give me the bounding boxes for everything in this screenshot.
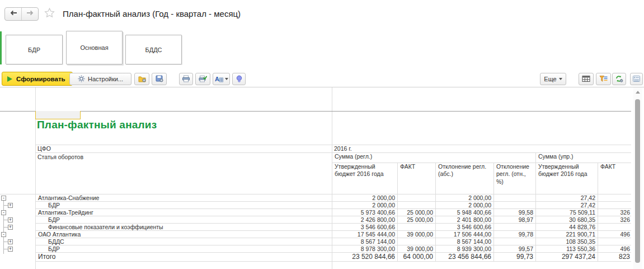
row-label[interactable]: Атлантика-Трейдинг: [35, 209, 332, 216]
cell-value[interactable]: 2 426 800,00: [332, 216, 397, 224]
cell-value[interactable]: 99,58: [493, 209, 535, 216]
cell-value[interactable]: 39 000,00: [397, 245, 435, 253]
more-button[interactable]: Еще: [540, 73, 566, 85]
column-header[interactable]: Отклонение регл. (отн., %): [493, 163, 535, 194]
scrollbar-thumb[interactable]: [635, 99, 640, 263]
collapse-toggle-icon[interactable]: -: [1, 232, 6, 237]
row-label[interactable]: БДДС: [35, 238, 332, 245]
cell-value[interactable]: 496: [598, 231, 631, 238]
change-variant-button[interactable]: [612, 73, 626, 85]
row-label[interactable]: ОАО Атлантика: [35, 231, 332, 238]
tab-main[interactable]: Основная: [66, 31, 123, 64]
cell-value[interactable]: 2 000,00: [435, 194, 493, 202]
cell-value[interactable]: [493, 202, 535, 209]
cell-value[interactable]: 3 546 600,66: [435, 224, 493, 231]
column-header[interactable]: Утвержденный бюджет 2016 года: [535, 163, 598, 194]
cell-value[interactable]: 2 000,00: [332, 194, 397, 202]
expand-toggle-icon[interactable]: +: [8, 203, 13, 208]
expand-toggle-icon[interactable]: +: [8, 247, 13, 252]
column-header[interactable]: Утвержденный бюджет 2016 года: [332, 163, 397, 194]
tab-bdr[interactable]: БДР: [6, 35, 63, 64]
favorite-button[interactable]: [43, 8, 55, 20]
cell-value[interactable]: 75 509,11: [535, 209, 598, 216]
print-button[interactable]: [179, 73, 193, 85]
cell-value[interactable]: 99,57: [493, 245, 535, 253]
collapse-toggle-icon[interactable]: -: [1, 196, 6, 201]
cell-value[interactable]: 8 567 144,00: [435, 238, 493, 245]
period-value[interactable]: 2016 г.: [334, 145, 352, 152]
column-header[interactable]: Отклонение регл. (абс.): [435, 163, 493, 194]
save-settings-button[interactable]: [152, 73, 167, 85]
cell-value[interactable]: [397, 194, 435, 202]
cell-value[interactable]: [493, 224, 535, 231]
cell-value[interactable]: 99,73: [493, 253, 535, 262]
cell-value[interactable]: 39 000,00: [397, 231, 435, 238]
expand-toggle-icon[interactable]: +: [8, 225, 13, 230]
cell-value[interactable]: 44 828,76: [535, 224, 598, 231]
cell-value[interactable]: [493, 194, 535, 202]
forward-button[interactable]: [21, 8, 38, 20]
cell-value[interactable]: [397, 224, 435, 231]
cell-value[interactable]: 5 973 400,66: [332, 209, 397, 216]
vertical-scrollbar[interactable]: [633, 87, 642, 269]
cell-value[interactable]: [397, 202, 435, 209]
cell-value[interactable]: [397, 238, 435, 245]
column-header[interactable]: ФАКТ: [397, 163, 435, 194]
row-label[interactable]: БДР: [35, 202, 332, 209]
scroll-up-icon[interactable]: [636, 91, 640, 94]
cell-value[interactable]: [598, 202, 631, 209]
format-button[interactable]: A: [213, 73, 230, 85]
tips-button[interactable]: [232, 73, 246, 85]
settings-button[interactable]: Настройки...: [69, 73, 131, 85]
expand-toggle-icon[interactable]: +: [8, 239, 13, 244]
cell-value[interactable]: 23 520 844,66: [332, 253, 397, 262]
cell-value[interactable]: 25 000,00: [397, 216, 435, 224]
cell-value[interactable]: 326: [598, 209, 631, 216]
column-header[interactable]: ФАКТ: [598, 163, 631, 194]
cell-value[interactable]: 98,97: [493, 216, 535, 224]
cell-value[interactable]: [493, 238, 535, 245]
article-label[interactable]: Статья оборотов: [37, 154, 83, 160]
tab-bdds[interactable]: БДДС: [125, 35, 182, 64]
cell-value[interactable]: 8 978 300,00: [332, 245, 397, 253]
column-group-upr[interactable]: Сумма (упр.): [535, 152, 631, 163]
table-settings-button[interactable]: [579, 73, 594, 85]
cell-value[interactable]: [598, 194, 631, 202]
cell-value[interactable]: 8 567 144,00: [332, 238, 397, 245]
row-label[interactable]: БДР: [35, 216, 332, 224]
cell-value[interactable]: 17 545 444,00: [332, 231, 397, 238]
row-label[interactable]: Финансовые показатели и коэффициенты: [35, 224, 332, 231]
cell-value[interactable]: 108 350,35: [535, 238, 598, 245]
cell-value[interactable]: [598, 224, 631, 231]
cell-value[interactable]: 2 000,00: [332, 202, 397, 209]
cell-value[interactable]: 5 948 400,66: [435, 209, 493, 216]
collapse-toggle-icon[interactable]: -: [1, 210, 6, 215]
cell-value[interactable]: 25 000,00: [397, 209, 435, 216]
cell-value[interactable]: 2 401 800,00: [435, 216, 493, 224]
cell-value[interactable]: 496: [598, 245, 631, 253]
column-group-regl[interactable]: Сумма (регл.): [332, 152, 535, 163]
cell-value[interactable]: 823: [598, 253, 631, 262]
row-label[interactable]: Атлантика-Снабжение: [35, 194, 332, 202]
cell-value[interactable]: 113 550,36: [535, 245, 598, 253]
cell-value[interactable]: 297 437,24: [535, 253, 598, 262]
generate-button[interactable]: Сформировать: [2, 72, 73, 86]
expand-toggle-icon[interactable]: +: [8, 217, 13, 222]
cell-value[interactable]: [598, 238, 631, 245]
row-label[interactable]: Итого: [35, 253, 332, 262]
selected-cell[interactable]: [35, 111, 81, 119]
cell-value[interactable]: 326: [598, 216, 631, 224]
cell-value[interactable]: 99,78: [493, 231, 535, 238]
cfo-label[interactable]: ЦФО: [37, 145, 51, 152]
cell-value[interactable]: 23 456 844,66: [435, 253, 493, 262]
side-panel-button[interactable]: [630, 73, 643, 85]
report-structure-button[interactable]: [596, 73, 611, 85]
cell-value[interactable]: 64 000,00: [397, 253, 435, 262]
row-label[interactable]: БДР: [35, 245, 332, 253]
cell-value[interactable]: 2 000,00: [435, 202, 493, 209]
print-preview-button[interactable]: [195, 73, 210, 85]
cell-value[interactable]: 17 506 444,00: [435, 231, 493, 238]
cell-value[interactable]: 221 900,71: [535, 231, 598, 238]
cell-value[interactable]: 30 680,35: [535, 216, 598, 224]
cell-value[interactable]: 3 546 600,66: [332, 224, 397, 231]
